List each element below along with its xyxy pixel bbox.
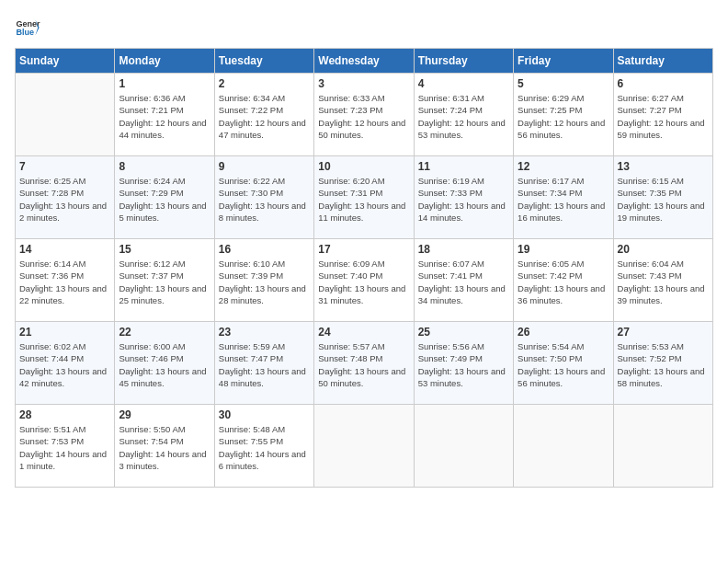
day-number: 16 <box>219 243 310 256</box>
calendar-table: SundayMondayTuesdayWednesdayThursdayFrid… <box>15 48 713 488</box>
day-number: 24 <box>318 326 409 339</box>
cell-content: Sunrise: 6:02 AMSunset: 7:44 PMDaylight:… <box>19 340 110 389</box>
cell-content: Sunrise: 5:48 AMSunset: 7:55 PMDaylight:… <box>219 423 310 472</box>
day-number: 29 <box>119 408 210 421</box>
column-header-tuesday: Tuesday <box>214 49 313 74</box>
svg-text:Blue: Blue <box>16 28 34 37</box>
day-number: 11 <box>418 160 509 173</box>
column-header-monday: Monday <box>115 49 214 74</box>
calendar-cell <box>414 405 513 488</box>
cell-content: Sunrise: 6:15 AMSunset: 7:35 PMDaylight:… <box>618 175 709 224</box>
day-number: 13 <box>618 160 709 173</box>
calendar-cell: 21Sunrise: 6:02 AMSunset: 7:44 PMDayligh… <box>16 322 115 405</box>
cell-content: Sunrise: 6:29 AMSunset: 7:25 PMDaylight:… <box>518 92 609 141</box>
calendar-cell: 3Sunrise: 6:33 AMSunset: 7:23 PMDaylight… <box>314 74 414 156</box>
day-number: 2 <box>219 77 310 90</box>
cell-content: Sunrise: 6:22 AMSunset: 7:30 PMDaylight:… <box>219 175 310 224</box>
calendar-week-row: 1Sunrise: 6:36 AMSunset: 7:21 PMDaylight… <box>16 74 713 156</box>
cell-content: Sunrise: 6:10 AMSunset: 7:39 PMDaylight:… <box>219 258 310 306</box>
cell-content: Sunrise: 6:34 AMSunset: 7:22 PMDaylight:… <box>219 92 310 141</box>
calendar-cell: 22Sunrise: 6:00 AMSunset: 7:46 PMDayligh… <box>115 322 214 405</box>
cell-content: Sunrise: 6:20 AMSunset: 7:31 PMDaylight:… <box>318 175 409 224</box>
cell-content: Sunrise: 6:17 AMSunset: 7:34 PMDaylight:… <box>518 175 609 224</box>
cell-content: Sunrise: 5:56 AMSunset: 7:49 PMDaylight:… <box>418 340 509 389</box>
calendar-cell: 27Sunrise: 5:53 AMSunset: 7:52 PMDayligh… <box>613 322 712 405</box>
cell-content: Sunrise: 6:24 AMSunset: 7:29 PMDaylight:… <box>119 175 210 224</box>
calendar-cell: 5Sunrise: 6:29 AMSunset: 7:25 PMDaylight… <box>514 74 613 156</box>
day-number: 26 <box>518 326 609 339</box>
cell-content: Sunrise: 5:50 AMSunset: 7:54 PMDaylight:… <box>119 423 210 472</box>
column-header-saturday: Saturday <box>613 49 712 74</box>
day-number: 10 <box>318 160 409 173</box>
day-number: 6 <box>618 77 709 90</box>
day-number: 21 <box>19 326 110 339</box>
calendar-cell: 18Sunrise: 6:07 AMSunset: 7:41 PMDayligh… <box>414 239 513 322</box>
calendar-cell: 11Sunrise: 6:19 AMSunset: 7:33 PMDayligh… <box>414 156 513 239</box>
calendar-cell: 30Sunrise: 5:48 AMSunset: 7:55 PMDayligh… <box>214 405 313 488</box>
calendar-cell: 29Sunrise: 5:50 AMSunset: 7:54 PMDayligh… <box>115 405 214 488</box>
calendar-week-row: 21Sunrise: 6:02 AMSunset: 7:44 PMDayligh… <box>16 322 713 405</box>
day-number: 3 <box>318 77 409 90</box>
calendar-cell: 12Sunrise: 6:17 AMSunset: 7:34 PMDayligh… <box>514 156 613 239</box>
calendar-cell: 14Sunrise: 6:14 AMSunset: 7:36 PMDayligh… <box>16 239 115 322</box>
day-number: 12 <box>518 160 609 173</box>
cell-content: Sunrise: 5:51 AMSunset: 7:53 PMDaylight:… <box>19 423 110 472</box>
calendar-cell: 10Sunrise: 6:20 AMSunset: 7:31 PMDayligh… <box>314 156 414 239</box>
cell-content: Sunrise: 6:14 AMSunset: 7:36 PMDaylight:… <box>19 258 110 306</box>
cell-content: Sunrise: 5:57 AMSunset: 7:48 PMDaylight:… <box>318 340 409 389</box>
cell-content: Sunrise: 6:36 AMSunset: 7:21 PMDaylight:… <box>119 92 210 141</box>
column-header-thursday: Thursday <box>414 49 513 74</box>
day-number: 15 <box>119 243 210 256</box>
day-number: 23 <box>219 326 310 339</box>
calendar-cell: 17Sunrise: 6:09 AMSunset: 7:40 PMDayligh… <box>314 239 414 322</box>
day-number: 27 <box>618 326 709 339</box>
column-header-wednesday: Wednesday <box>314 49 414 74</box>
cell-content: Sunrise: 6:04 AMSunset: 7:43 PMDaylight:… <box>618 258 709 306</box>
logo-icon: General Blue <box>15 15 40 40</box>
calendar-cell <box>514 405 613 488</box>
column-header-sunday: Sunday <box>16 49 115 74</box>
calendar-cell: 25Sunrise: 5:56 AMSunset: 7:49 PMDayligh… <box>414 322 513 405</box>
calendar-body: 1Sunrise: 6:36 AMSunset: 7:21 PMDaylight… <box>16 74 713 488</box>
calendar-cell: 7Sunrise: 6:25 AMSunset: 7:28 PMDaylight… <box>16 156 115 239</box>
day-number: 25 <box>418 326 509 339</box>
cell-content: Sunrise: 6:31 AMSunset: 7:24 PMDaylight:… <box>418 92 509 141</box>
day-number: 18 <box>418 243 509 256</box>
calendar-cell: 16Sunrise: 6:10 AMSunset: 7:39 PMDayligh… <box>214 239 313 322</box>
calendar-cell: 9Sunrise: 6:22 AMSunset: 7:30 PMDaylight… <box>214 156 313 239</box>
day-number: 7 <box>19 160 110 173</box>
day-number: 20 <box>618 243 709 256</box>
calendar-cell: 19Sunrise: 6:05 AMSunset: 7:42 PMDayligh… <box>514 239 613 322</box>
page-header: General Blue <box>15 15 713 40</box>
calendar-cell: 28Sunrise: 5:51 AMSunset: 7:53 PMDayligh… <box>16 405 115 488</box>
calendar-cell: 26Sunrise: 5:54 AMSunset: 7:50 PMDayligh… <box>514 322 613 405</box>
calendar-header-row: SundayMondayTuesdayWednesdayThursdayFrid… <box>16 49 713 74</box>
day-number: 5 <box>518 77 609 90</box>
calendar-cell: 2Sunrise: 6:34 AMSunset: 7:22 PMDaylight… <box>214 74 313 156</box>
calendar-cell <box>314 405 414 488</box>
column-header-friday: Friday <box>514 49 613 74</box>
cell-content: Sunrise: 6:27 AMSunset: 7:27 PMDaylight:… <box>618 92 709 141</box>
cell-content: Sunrise: 6:33 AMSunset: 7:23 PMDaylight:… <box>318 92 409 141</box>
day-number: 9 <box>219 160 310 173</box>
day-number: 1 <box>119 77 210 90</box>
day-number: 19 <box>518 243 609 256</box>
calendar-week-row: 7Sunrise: 6:25 AMSunset: 7:28 PMDaylight… <box>16 156 713 239</box>
day-number: 17 <box>318 243 409 256</box>
cell-content: Sunrise: 5:53 AMSunset: 7:52 PMDaylight:… <box>618 340 709 389</box>
calendar-cell: 8Sunrise: 6:24 AMSunset: 7:29 PMDaylight… <box>115 156 214 239</box>
cell-content: Sunrise: 5:59 AMSunset: 7:47 PMDaylight:… <box>219 340 310 389</box>
day-number: 28 <box>19 408 110 421</box>
calendar-cell: 4Sunrise: 6:31 AMSunset: 7:24 PMDaylight… <box>414 74 513 156</box>
cell-content: Sunrise: 6:05 AMSunset: 7:42 PMDaylight:… <box>518 258 609 306</box>
calendar-cell: 20Sunrise: 6:04 AMSunset: 7:43 PMDayligh… <box>613 239 712 322</box>
cell-content: Sunrise: 6:09 AMSunset: 7:40 PMDaylight:… <box>318 258 409 306</box>
day-number: 4 <box>418 77 509 90</box>
calendar-cell: 6Sunrise: 6:27 AMSunset: 7:27 PMDaylight… <box>613 74 712 156</box>
cell-content: Sunrise: 6:00 AMSunset: 7:46 PMDaylight:… <box>119 340 210 389</box>
calendar-week-row: 14Sunrise: 6:14 AMSunset: 7:36 PMDayligh… <box>16 239 713 322</box>
cell-content: Sunrise: 6:07 AMSunset: 7:41 PMDaylight:… <box>418 258 509 306</box>
day-number: 14 <box>19 243 110 256</box>
day-number: 30 <box>219 408 310 421</box>
calendar-week-row: 28Sunrise: 5:51 AMSunset: 7:53 PMDayligh… <box>16 405 713 488</box>
